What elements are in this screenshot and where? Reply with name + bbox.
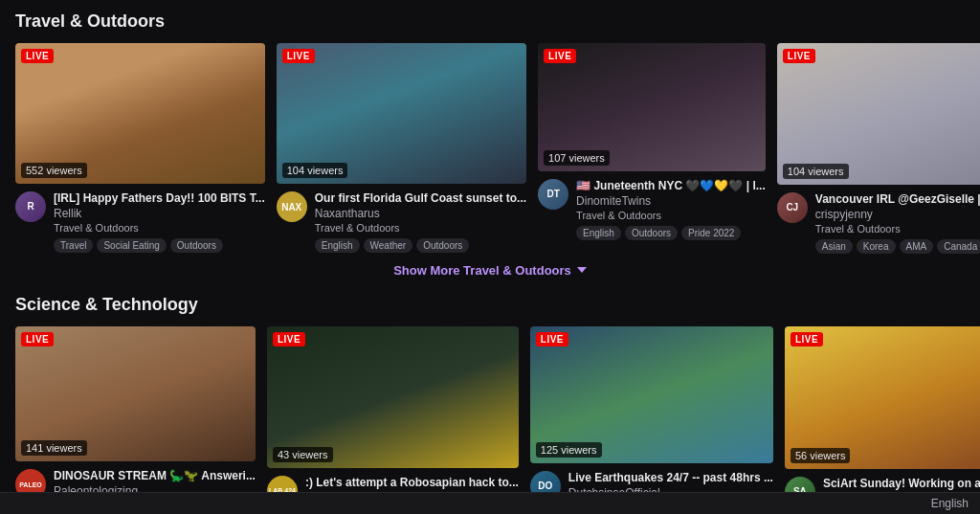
show-more-label: Show More Travel & Outdoors <box>393 263 571 278</box>
live-badge: LIVE <box>536 332 568 346</box>
stream-card[interactable]: LIVE141 viewersPALEODINOSAUR STREAM 🦕🦖 A… <box>15 326 256 514</box>
tags-container: EnglishWeatherOutdoors <box>315 238 526 253</box>
stream-thumbnail[interactable]: LIVE141 viewers <box>15 326 256 461</box>
stream-thumbnail[interactable]: LIVE552 viewers <box>15 43 265 184</box>
viewer-count: 56 viewers <box>791 448 851 463</box>
stream-category[interactable]: Travel & Outdoors <box>815 223 980 235</box>
tag[interactable]: Social Eating <box>97 238 166 253</box>
stream-title: :) Let's attempt a Robosapian hack to... <box>305 476 519 489</box>
streamer-name[interactable]: DinomiteTwins <box>576 194 766 208</box>
stream-title: Our first Florida Gulf Coast sunset to..… <box>315 191 526 205</box>
tag[interactable]: English <box>576 226 621 240</box>
stream-title: [IRL] Happy Fathers Day!! 100 BITS T... <box>54 191 265 205</box>
card-info: CJVancouver IRL @GeezGiselle | $1/100...… <box>777 192 980 254</box>
tags-container: TravelSocial EatingOutdoors <box>54 238 265 253</box>
stream-card[interactable]: LIVE43 viewersLAB 424:) Let's attempt a … <box>267 326 519 514</box>
page-container: Travel & OutdoorsLIVE552 viewersR[IRL] H… <box>0 0 980 514</box>
stream-title: SciArt Sunday! Working on a Father's... <box>823 477 980 490</box>
viewer-count: 125 viewers <box>536 442 602 458</box>
viewer-count: 107 viewers <box>544 150 610 166</box>
stream-card[interactable]: LIVE104 viewersCJVancouver IRL @GeezGise… <box>777 43 980 254</box>
stream-thumbnail[interactable]: LIVE43 viewers <box>267 326 519 468</box>
stream-card[interactable]: LIVE56 viewersSASciArt Sunday! Working o… <box>785 326 980 514</box>
streamer-name[interactable]: crispyjenny <box>815 208 980 221</box>
streamer-name[interactable]: Naxantharus <box>315 207 526 220</box>
tag[interactable]: Korea <box>857 239 896 254</box>
stream-title: 🇺🇸 Juneteenth NYC 🖤💙💛🖤 | l... <box>576 179 766 192</box>
chevron-down-icon <box>577 267 587 273</box>
tag[interactable]: Asian <box>815 239 853 254</box>
stream-card[interactable]: LIVE125 viewersDOLive Earthquakes 24/7 -… <box>530 326 773 514</box>
stream-category[interactable]: Travel & Outdoors <box>315 222 526 234</box>
stream-card[interactable]: LIVE104 viewersNAXOur first Florida Gulf… <box>277 43 526 254</box>
cards-grid: LIVE141 viewersPALEODINOSAUR STREAM 🦕🦖 A… <box>15 326 965 514</box>
stream-thumbnail[interactable]: LIVE56 viewers <box>785 326 980 469</box>
card-text: Vancouver IRL @GeezGiselle | $1/100...cr… <box>815 192 980 254</box>
live-badge: LIVE <box>791 332 823 346</box>
avatar[interactable]: R <box>15 191 46 222</box>
stream-thumbnail[interactable]: LIVE125 viewers <box>530 326 773 463</box>
live-badge: LIVE <box>273 332 305 346</box>
stream-title: Vancouver IRL @GeezGiselle | $1/100... <box>815 192 980 206</box>
stream-card[interactable]: LIVE107 viewersDT🇺🇸 Juneteenth NYC 🖤💙💛🖤 … <box>538 43 766 254</box>
section-science-technology: Science & TechnologyLIVE141 viewersPALEO… <box>15 295 965 514</box>
card-text: Our first Florida Gulf Coast sunset to..… <box>315 191 526 253</box>
footer-bar: English <box>0 492 980 514</box>
streamer-name[interactable]: Rellik <box>54 207 265 220</box>
stream-title: Live Earthquakes 24/7 -- past 48hrs ... <box>568 471 773 484</box>
tag[interactable]: Outdoors <box>625 226 678 240</box>
stream-category[interactable]: Travel & Outdoors <box>54 222 265 234</box>
tags-container: AsianKoreaAMACanada <box>815 239 980 254</box>
section-travel-outdoors: Travel & OutdoorsLIVE552 viewersR[IRL] H… <box>15 11 965 278</box>
stream-thumbnail[interactable]: LIVE107 viewers <box>538 43 766 171</box>
tags-container: EnglishOutdoorsPride 2022 <box>576 226 766 240</box>
live-badge: LIVE <box>21 332 54 346</box>
stream-card[interactable]: LIVE552 viewersR[IRL] Happy Fathers Day!… <box>15 43 265 254</box>
tag[interactable]: Travel <box>54 238 93 253</box>
avatar[interactable]: CJ <box>777 192 808 223</box>
section-title: Travel & Outdoors <box>15 11 965 32</box>
viewer-count: 43 viewers <box>273 447 333 462</box>
live-badge: LIVE <box>21 49 54 63</box>
card-text: [IRL] Happy Fathers Day!! 100 BITS T...R… <box>54 191 265 253</box>
show-more-button[interactable]: Show More Travel & Outdoors <box>15 263 965 278</box>
live-badge: LIVE <box>282 49 315 63</box>
sections-container: Travel & OutdoorsLIVE552 viewersR[IRL] H… <box>15 11 965 514</box>
tag[interactable]: Pride 2022 <box>681 226 741 240</box>
card-info: R[IRL] Happy Fathers Day!! 100 BITS T...… <box>15 191 265 253</box>
viewer-count: 104 viewers <box>282 163 348 178</box>
stream-thumbnail[interactable]: LIVE104 viewers <box>777 43 980 185</box>
stream-thumbnail[interactable]: LIVE104 viewers <box>277 43 526 184</box>
tag[interactable]: Outdoors <box>170 238 223 253</box>
footer-language[interactable]: English <box>931 497 969 510</box>
tag[interactable]: Outdoors <box>416 238 469 253</box>
card-info: DT🇺🇸 Juneteenth NYC 🖤💙💛🖤 | l...DinomiteT… <box>538 179 766 240</box>
live-badge: LIVE <box>544 49 576 63</box>
card-info: NAXOur first Florida Gulf Coast sunset t… <box>277 191 526 253</box>
tag[interactable]: Canada <box>937 239 980 254</box>
viewer-count: 552 viewers <box>21 163 87 178</box>
card-text: 🇺🇸 Juneteenth NYC 🖤💙💛🖤 | l...DinomiteTwi… <box>576 179 766 240</box>
cards-grid: LIVE552 viewersR[IRL] Happy Fathers Day!… <box>15 43 965 254</box>
viewer-count: 141 viewers <box>21 440 87 456</box>
live-badge: LIVE <box>783 49 815 63</box>
section-title: Science & Technology <box>15 295 965 315</box>
tag[interactable]: AMA <box>900 239 934 254</box>
tag[interactable]: Weather <box>364 238 413 253</box>
avatar[interactable]: DT <box>538 179 568 210</box>
avatar[interactable]: NAX <box>277 191 307 222</box>
viewer-count: 104 viewers <box>783 164 849 179</box>
tag[interactable]: English <box>315 238 360 253</box>
stream-category[interactable]: Travel & Outdoors <box>576 210 766 221</box>
stream-title: DINOSAUR STREAM 🦕🦖 Answeri... <box>54 469 256 482</box>
